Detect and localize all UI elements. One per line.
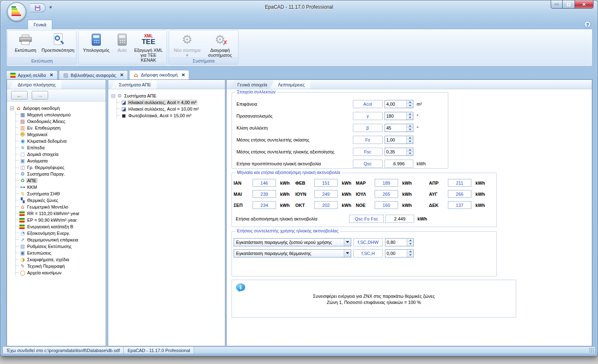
library-icon: ▤	[63, 72, 69, 78]
close-button[interactable]: ✕	[575, 0, 593, 9]
spinner-up-icon[interactable]	[407, 124, 413, 128]
month-cell: ΑΥΓ266kWh	[429, 190, 494, 198]
spinner[interactable]	[407, 239, 413, 246]
calculate-button[interactable]: Υπολογισμός	[80, 31, 112, 63]
back-button[interactable]: ←	[11, 91, 28, 100]
doc-tab-3[interactable]: ⌂Διόροφη οικοδομή✕	[129, 70, 190, 79]
chevron-down-icon[interactable]	[344, 250, 351, 257]
tree-item[interactable]: ⊶ΚΚΜ	[16, 184, 105, 190]
spinner-up-icon[interactable]	[407, 112, 413, 116]
preview-button[interactable]: Προεπισκόπηση	[42, 31, 74, 58]
minimize-button[interactable]	[551, 0, 563, 9]
tree-item[interactable]: ▦Μηχανή υπολογισμού	[16, 111, 105, 118]
tree-item[interactable]: ⚙Συστήματα Παραγ.	[16, 171, 105, 177]
value-input[interactable]	[385, 112, 406, 120]
spinner[interactable]	[406, 148, 413, 155]
calculator-icon	[92, 32, 101, 47]
doc-tab-1[interactable]: Αρχική σελίδα✕	[6, 70, 58, 79]
navigation-panel-tab[interactable]: Δέντρο πλοήγησης	[9, 80, 62, 89]
delete-system-button[interactable]: ⚙✗Διαγραφή συστήματος	[204, 31, 236, 58]
tree-item[interactable]: ◔Εξοικονόμηση Ενεργ.	[16, 230, 105, 236]
usage-factor-group: Ετήσιος συντελεστής χρήσης ηλιακής ακτιν…	[232, 231, 497, 276]
spinner-down-icon[interactable]	[407, 104, 413, 108]
spinner-up-icon[interactable]	[407, 148, 413, 152]
tree-item[interactable]: Ενεργειακή κατάταξη Β	[16, 223, 105, 230]
collapse-icon[interactable]	[10, 107, 14, 110]
forward-button[interactable]: →	[32, 91, 48, 100]
tree-item[interactable]: ▚Θερμικές ζώνες	[16, 197, 105, 204]
new-system-button[interactable]: ⚙Νέο σύστημα ▾	[171, 31, 204, 58]
tree-item[interactable]: ✎Τεχνική Περιγραφή	[16, 263, 105, 269]
field-label: Προσανατολισμός	[236, 114, 353, 118]
spinner-up-icon[interactable]	[407, 136, 413, 140]
tree-item[interactable]: ▤Ρυθμίσεις Εκτύπωσης	[16, 243, 105, 250]
spinner-down-icon[interactable]	[407, 116, 413, 120]
tree-item[interactable]: ♻ΑΠΕ	[16, 177, 105, 184]
spinner[interactable]	[406, 100, 413, 108]
tab-close-icon[interactable]: ✕	[50, 72, 53, 78]
ribbon-tab-generic[interactable]: Γενικά	[28, 20, 52, 29]
tree-item[interactable]: ▣Εκτυπώσεις	[16, 250, 105, 256]
spinner-up-icon[interactable]	[407, 239, 413, 242]
spinner-down-icon[interactable]	[407, 128, 413, 132]
auto-button[interactable]: Auto	[112, 31, 132, 63]
spinner[interactable]	[407, 250, 413, 257]
maximize-button[interactable]	[563, 0, 575, 9]
tree-item[interactable]: ▣Ανοίγματα	[16, 158, 105, 164]
tree-item[interactable]: ↯Συστήματα ΣΗΘ	[16, 190, 105, 197]
tree-item-label: Θερμομονωτική επάρκεια	[26, 237, 79, 243]
systems-panel-tab[interactable]: Συστήματα ΑΠΕ	[111, 80, 157, 89]
spinner[interactable]	[406, 124, 413, 132]
application-menu-button[interactable]	[7, 2, 26, 21]
tree-item[interactable]: ⇗Θερμομονωτική επάρκεια	[16, 236, 105, 243]
tree-item[interactable]: ◫Γρ. Θερμογέφυρες	[16, 164, 105, 171]
help-button[interactable]: ?	[584, 21, 591, 28]
doc-tab-2[interactable]: ▤Βιβλιοθήκες αναφοράς✕	[59, 70, 128, 79]
value-input[interactable]	[385, 250, 407, 257]
tree-item[interactable]: EP = 90,90 kWh/m²·year	[16, 217, 105, 223]
tree-item[interactable]: ◉Κλιματικά δεδομένα	[16, 138, 105, 144]
spinner-up-icon[interactable]	[407, 100, 413, 104]
print-button[interactable]: Εκτύπωση	[9, 31, 42, 58]
chevron-down-icon[interactable]	[344, 239, 351, 246]
tree-item[interactable]: ▥Εν. Επιθεώρηση	[16, 125, 105, 131]
zones-icon: ▚	[19, 198, 26, 203]
tree-item[interactable]: ◪Ηλιακοί συλλέκτες, Acol = 10,00 m²	[117, 106, 224, 112]
spinner[interactable]	[406, 112, 413, 120]
tab-close-icon[interactable]: ✕	[181, 72, 185, 78]
tab-close-icon[interactable]: ✕	[120, 72, 123, 78]
installation-select[interactable]: Εγκατάσταση παραγωγής ζεστού νερού χρήση…	[234, 238, 351, 246]
spinner-down-icon[interactable]	[407, 242, 413, 246]
tab-general-data[interactable]: Γενικά στοιχεία	[229, 80, 273, 89]
tree-root[interactable]: ⌂ Διόροφη οικοδομή	[10, 105, 105, 111]
value-input[interactable]	[385, 124, 406, 132]
spinner[interactable]	[406, 136, 413, 144]
tab-details[interactable]: Λεπτομέρειες	[270, 80, 311, 89]
spinner-down-icon[interactable]	[407, 151, 413, 155]
tree-item[interactable]: ◼Φωτοβολταικά, Acol = 15,00 m²	[117, 112, 224, 119]
tree-item[interactable]: ◪Ηλιακοί συλλεκτες, Acol = 4,00 m²	[117, 99, 224, 106]
month-cell: ΙΟΥΝ249kWh	[295, 190, 356, 198]
tree-item[interactable]: ☻Μηχανικοί	[16, 131, 105, 138]
tree-item[interactable]: ◯Αρχεία καυσίμων	[16, 269, 105, 276]
spinner-up-icon[interactable]	[407, 250, 413, 253]
spinner-down-icon[interactable]	[407, 139, 413, 144]
tree-item[interactable]: ▤Οικοδομικές Άδειες	[16, 118, 105, 125]
tree-item[interactable]: ▢Δομικά στοιχεία	[16, 151, 105, 158]
resize-grip[interactable]	[589, 348, 594, 353]
unit-label: kWh	[402, 192, 412, 197]
tree-root[interactable]: ⚙ Συστήματα ΑΠΕ	[111, 93, 224, 99]
value-input[interactable]	[385, 100, 406, 108]
value-input[interactable]	[385, 239, 407, 246]
export-xml-button[interactable]: XMLΤΕΕΕξαγωγή XML για TEE KENAK	[132, 31, 165, 63]
tree-item[interactable]: ≋Επίπεδα	[16, 144, 105, 151]
tree-item[interactable]: ◑Σκαριφήματα, σχέδια	[16, 256, 105, 263]
month-cell: ΣΕΠ234kWh	[234, 201, 295, 209]
tree-item[interactable]: RR = 110,20 kWh/m²·year	[16, 210, 105, 217]
installation-select[interactable]: Εγκατάσταση παραγωγής θέρμανσης	[234, 249, 351, 257]
spinner-down-icon[interactable]	[407, 253, 413, 257]
value-input[interactable]	[385, 148, 406, 155]
value-input[interactable]	[385, 136, 406, 144]
tree-item[interactable]: ⌂Γεωμετρικό Μοντέλο	[16, 204, 105, 210]
collapse-icon[interactable]	[111, 94, 115, 98]
